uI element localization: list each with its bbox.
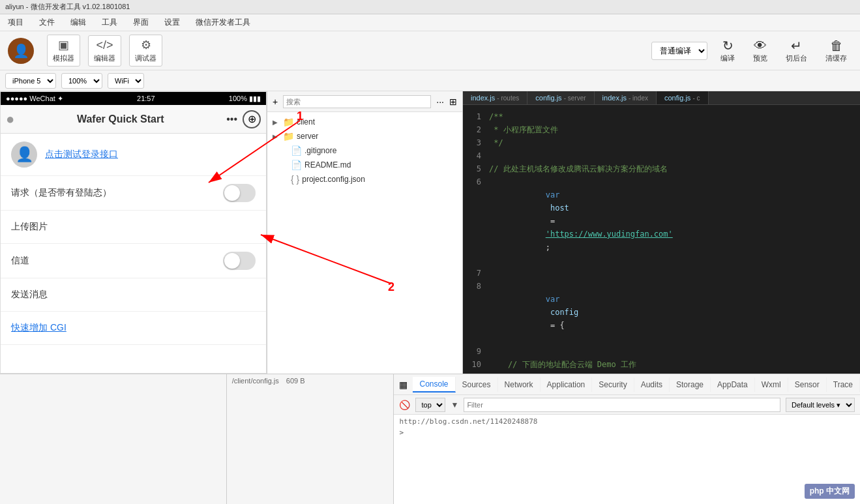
dev-levels-select[interactable]: Default levels ▾ bbox=[786, 398, 855, 412]
line-num-1: 1 bbox=[463, 110, 489, 123]
dev-tab-trace[interactable]: Trace bbox=[827, 378, 860, 392]
clear-button[interactable]: 🗑 清缓存 bbox=[820, 36, 852, 66]
toggle-knob bbox=[224, 185, 240, 201]
console-url: http://blog.csdn.net/11420248878 bbox=[399, 417, 537, 426]
line-num-10: 10 bbox=[463, 358, 489, 371]
line-num-9: 9 bbox=[463, 345, 489, 358]
compile-button[interactable]: ↻ 编译 bbox=[715, 35, 740, 66]
iphone-nav: ● Wafer Quick Start ••• ⊕ bbox=[1, 105, 266, 134]
code-tab-0[interactable]: index.js - routes bbox=[463, 91, 527, 104]
login-link[interactable]: 点击测试登录接口 bbox=[45, 149, 118, 160]
upload-row[interactable]: 上传图片 bbox=[1, 211, 266, 244]
menu-file[interactable]: 文件 bbox=[37, 16, 57, 29]
dropdown-arrow: ▼ bbox=[451, 400, 458, 409]
devtools-inspect-icon[interactable]: ▦ bbox=[394, 377, 413, 393]
cgi-row[interactable]: 快速增加 CGI bbox=[1, 312, 266, 345]
channel-toggle[interactable] bbox=[223, 252, 256, 270]
tree-item-server-name: server bbox=[297, 132, 318, 141]
dev-tab-appdata[interactable]: AppData bbox=[711, 378, 755, 392]
menu-wechat[interactable]: 微信开发者工具 bbox=[193, 16, 253, 29]
tab0-filename: index.js bbox=[471, 94, 495, 102]
code-line-7: 7 bbox=[463, 267, 860, 280]
compile-icon: ↻ bbox=[722, 38, 734, 53]
backend-button[interactable]: ↵ 切后台 bbox=[780, 35, 812, 66]
file-size: 609 B bbox=[286, 377, 305, 385]
request-label: 请求（是否带有登陆态） bbox=[11, 187, 223, 199]
zoom-select[interactable]: 100% bbox=[61, 73, 102, 89]
code-tabs: index.js - routes config.js - server ind… bbox=[463, 91, 860, 105]
menu-ui[interactable]: 界面 bbox=[130, 16, 151, 29]
code-tab-1[interactable]: config.js - server bbox=[527, 91, 594, 104]
menu-settings[interactable]: 设置 bbox=[162, 16, 183, 29]
dev-tab-storage[interactable]: Storage bbox=[670, 378, 711, 392]
line-num-6: 6 bbox=[463, 175, 489, 267]
line-num-3: 3 bbox=[463, 136, 489, 149]
line-code-5: // 此处主机域名修改成腾讯云解决方案分配的域名 bbox=[489, 162, 668, 175]
simulator-panel: ●●●●● WeChat ✦ 21:57 100% ▮▮▮ ● Wafer Qu… bbox=[0, 91, 267, 374]
compile-select[interactable]: 普通编译 bbox=[651, 42, 707, 60]
console-context-select[interactable]: top bbox=[415, 398, 445, 412]
tree-item-readme[interactable]: 📄 README.md bbox=[267, 158, 462, 172]
tree-item-server[interactable]: ▶ 📁 server bbox=[267, 129, 462, 143]
iphone-status-bar: ●●●●● WeChat ✦ 21:57 100% ▮▮▮ bbox=[1, 92, 266, 105]
avatar: 👤 bbox=[8, 38, 34, 64]
backend-icon: ↵ bbox=[791, 38, 802, 53]
nav-menu-icon: ⊕ bbox=[243, 110, 261, 128]
simulator-icon: ▣ bbox=[58, 38, 69, 52]
dev-tools-console-toolbar: 🚫 top ▼ Default levels ▾ bbox=[394, 395, 860, 415]
code-tab-3[interactable]: config.js - c bbox=[657, 91, 709, 104]
clear-label: 清缓存 bbox=[825, 53, 847, 63]
folder-client-icon: 📁 bbox=[283, 117, 294, 127]
tree-item-gitignore-name: .gitignore bbox=[304, 146, 336, 155]
channel-label: 信道 bbox=[11, 255, 223, 267]
preview-button[interactable]: 👁 预览 bbox=[748, 36, 773, 66]
menu-tools[interactable]: 工具 bbox=[99, 16, 120, 29]
php-watermark: php 中文网 bbox=[805, 484, 855, 499]
tree-item-client[interactable]: ▶ 📁 client bbox=[267, 115, 462, 129]
dev-tab-sources[interactable]: Sources bbox=[456, 378, 498, 392]
bottom-area: /client/config.js 609 B ▦ Console Source… bbox=[0, 374, 860, 504]
device-select[interactable]: iPhone 5 bbox=[5, 73, 56, 89]
dev-tab-network[interactable]: Network bbox=[498, 378, 541, 392]
status-signal: ●●●●● WeChat ✦ bbox=[6, 95, 63, 103]
dev-tab-audits[interactable]: Audits bbox=[634, 378, 670, 392]
debugger-label: 调试器 bbox=[135, 53, 156, 63]
code-line-1: 1 /** bbox=[463, 110, 860, 123]
request-toggle[interactable] bbox=[223, 184, 256, 202]
debugger-button[interactable]: ⚙ 调试器 bbox=[129, 35, 162, 67]
network-select[interactable]: WiFi bbox=[108, 73, 144, 89]
send-label: 发送消息 bbox=[11, 289, 48, 299]
tree-item-gitignore[interactable]: 📄 .gitignore bbox=[267, 143, 462, 158]
add-file-icon[interactable]: + bbox=[273, 96, 278, 107]
dev-tab-security[interactable]: Security bbox=[592, 378, 634, 392]
send-row[interactable]: 发送消息 bbox=[1, 278, 266, 312]
file-search-input[interactable] bbox=[283, 95, 431, 108]
clear-icon: 🗑 bbox=[830, 38, 843, 53]
code-editor: 1 /** 2 * 小程序配置文件 3 */ 4 5 // 此处主机域 bbox=[463, 105, 860, 374]
menu-project[interactable]: 项目 bbox=[5, 16, 26, 29]
split-icon[interactable]: ⊞ bbox=[449, 96, 457, 107]
more-icon[interactable]: ··· bbox=[436, 96, 444, 107]
tree-item-config[interactable]: { } project.config.json bbox=[267, 172, 462, 186]
code-line-10: 10 // 下面的地址配合云端 Demo 工作 bbox=[463, 358, 860, 371]
console-filter-input[interactable] bbox=[464, 398, 780, 412]
tab3-filename: config.js bbox=[664, 94, 690, 102]
menu-edit[interactable]: 编辑 bbox=[68, 16, 89, 29]
dev-tab-wxml[interactable]: Wxml bbox=[755, 378, 788, 392]
no-entry-icon: 🚫 bbox=[399, 400, 410, 410]
debugger-icon: ⚙ bbox=[141, 38, 151, 52]
tab2-route-text: index bbox=[632, 95, 648, 102]
code-tab-2[interactable]: index.js - index bbox=[595, 91, 657, 104]
dev-tab-application[interactable]: Application bbox=[541, 378, 593, 392]
dev-tab-sensor[interactable]: Sensor bbox=[788, 378, 827, 392]
request-row: 请求（是否带有登陆态） bbox=[1, 176, 266, 211]
cgi-label[interactable]: 快速增加 CGI bbox=[11, 322, 67, 333]
backend-label: 切后台 bbox=[786, 53, 807, 63]
code-line-4: 4 bbox=[463, 149, 860, 162]
editor-button[interactable]: </> 编辑器 bbox=[88, 35, 121, 67]
status-battery: 100% ▮▮▮ bbox=[229, 95, 261, 103]
line-code-3: */ bbox=[489, 136, 503, 149]
dev-tab-console[interactable]: Console bbox=[413, 377, 455, 393]
arrow-server: ▶ bbox=[273, 133, 280, 140]
simulator-button[interactable]: ▣ 模拟器 bbox=[47, 35, 80, 67]
